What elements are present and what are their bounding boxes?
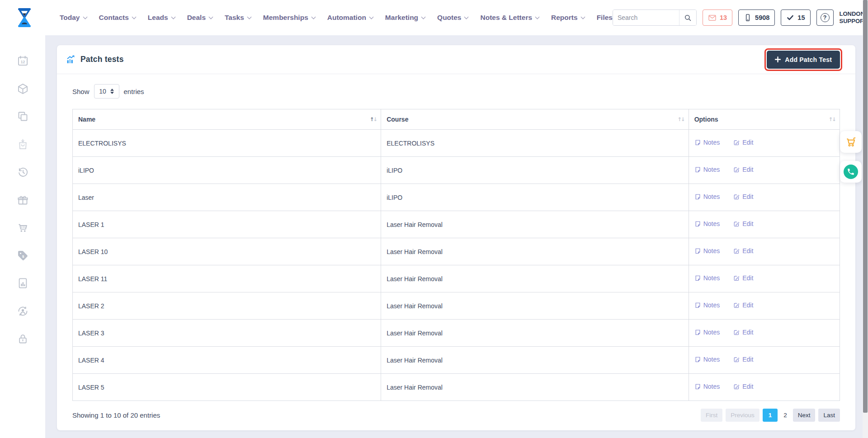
nav-item-leads[interactable]: Leads bbox=[148, 14, 175, 22]
sidebar-item-gift[interactable] bbox=[0, 186, 45, 214]
nav-item-quotes[interactable]: Quotes bbox=[437, 14, 468, 22]
search-box bbox=[613, 9, 697, 26]
nav-item-deals[interactable]: Deals bbox=[187, 14, 212, 22]
edit-link[interactable]: Edit bbox=[733, 356, 753, 363]
sidebar-item-shopping-bag[interactable] bbox=[0, 131, 45, 159]
nav-item-automation[interactable]: Automation bbox=[327, 14, 373, 22]
scrollbar[interactable] bbox=[863, 0, 868, 438]
edit-link[interactable]: Edit bbox=[733, 247, 753, 254]
pagination-page-2[interactable]: 2 bbox=[781, 409, 790, 422]
cell-options: Notes Edit bbox=[689, 238, 840, 265]
table-row: iLIPO iLIPO Notes Edit bbox=[73, 157, 840, 184]
nav-item-notes-letters[interactable]: Notes & Letters bbox=[480, 14, 539, 22]
cell-name: LASER 11 bbox=[73, 265, 381, 292]
notes-link[interactable]: Notes bbox=[694, 356, 720, 363]
notes-link[interactable]: Notes bbox=[694, 166, 720, 173]
show-label: Show bbox=[72, 88, 90, 95]
nav-item-memberships[interactable]: Memberships bbox=[263, 14, 315, 22]
sidebar-item-account-sync[interactable] bbox=[0, 297, 45, 325]
edit-link[interactable]: Edit bbox=[733, 301, 753, 309]
nav-item-tasks[interactable]: Tasks bbox=[225, 14, 251, 22]
sidebar-item-price-tag[interactable]: $ bbox=[0, 242, 45, 270]
note-icon bbox=[694, 221, 701, 227]
calls-badge[interactable]: 5908 bbox=[738, 9, 775, 26]
note-icon bbox=[694, 383, 701, 390]
chevron-down-icon bbox=[209, 14, 213, 19]
pagination-last[interactable]: Last bbox=[818, 409, 840, 422]
cart-float-button[interactable] bbox=[840, 131, 862, 153]
phone-icon bbox=[844, 165, 858, 179]
messages-count: 13 bbox=[720, 14, 727, 21]
chevron-down-icon bbox=[464, 14, 469, 19]
sidebar-item-history[interactable] bbox=[0, 158, 45, 186]
app-logo-hourglass-icon[interactable] bbox=[14, 6, 35, 29]
column-header-options[interactable]: Options ↑↓ bbox=[689, 109, 840, 130]
chevron-down-icon bbox=[535, 14, 540, 19]
search-button[interactable] bbox=[679, 10, 696, 25]
nav-item-today[interactable]: Today bbox=[60, 14, 87, 22]
edit-link[interactable]: Edit bbox=[733, 383, 753, 390]
note-icon bbox=[694, 193, 701, 200]
edit-link[interactable]: Edit bbox=[733, 220, 753, 227]
column-header-course[interactable]: Course ↑↓ bbox=[381, 109, 689, 130]
column-header-name[interactable]: Name ↑↓ bbox=[73, 109, 381, 130]
nav-item-marketing[interactable]: Marketing bbox=[385, 14, 425, 22]
help-button[interactable]: ? bbox=[816, 9, 834, 26]
notes-link[interactable]: Notes bbox=[694, 247, 720, 254]
chevron-down-icon bbox=[132, 14, 136, 19]
pagination: First Previous 1 2 Next Last bbox=[701, 409, 840, 422]
call-float-button[interactable] bbox=[840, 161, 862, 183]
table-header-row: Name ↑↓ Course ↑↓ Options ↑↓ bbox=[73, 109, 840, 130]
lock-icon bbox=[17, 333, 29, 345]
notes-link[interactable]: Notes bbox=[694, 139, 720, 146]
page-size-select[interactable]: 10 bbox=[94, 84, 119, 99]
add-patch-test-button[interactable]: Add Patch Test bbox=[767, 51, 840, 69]
notes-link[interactable]: Notes bbox=[694, 383, 720, 390]
sidebar-item-cart[interactable] bbox=[0, 214, 45, 242]
nav-item-files[interactable]: Files bbox=[597, 14, 613, 22]
entries-label: entries bbox=[124, 88, 144, 95]
edit-link[interactable]: Edit bbox=[733, 139, 753, 146]
sidebar: 12 bbox=[0, 35, 45, 438]
notes-link[interactable]: Notes bbox=[694, 193, 720, 200]
edit-link[interactable]: Edit bbox=[733, 193, 753, 200]
messages-badge[interactable]: 13 bbox=[703, 9, 732, 26]
cell-options: Notes Edit bbox=[689, 320, 840, 347]
sidebar-item-report[interactable] bbox=[0, 269, 45, 297]
edit-icon bbox=[733, 302, 740, 309]
add-patch-test-highlight: Add Patch Test bbox=[767, 51, 840, 69]
main-content: Patch tests Add Patch Test Show 10 entri… bbox=[45, 35, 863, 438]
pagination-next[interactable]: Next bbox=[793, 409, 816, 422]
edit-link[interactable]: Edit bbox=[733, 166, 753, 173]
calendar-icon: 12 bbox=[17, 55, 29, 67]
edit-link[interactable]: Edit bbox=[733, 329, 753, 336]
sidebar-item-package[interactable] bbox=[0, 75, 45, 103]
nav-item-reports[interactable]: Reports bbox=[551, 14, 585, 22]
pagination-page-1[interactable]: 1 bbox=[763, 409, 778, 422]
pagination-first[interactable]: First bbox=[701, 409, 722, 422]
patch-tests-table: Name ↑↓ Course ↑↓ Options ↑↓ bbox=[72, 109, 840, 401]
cell-name: LASER 3 bbox=[73, 320, 381, 347]
sidebar-item-copy[interactable] bbox=[0, 103, 45, 131]
cell-name: LASER 2 bbox=[73, 292, 381, 320]
nav-item-contacts[interactable]: Contacts bbox=[99, 14, 136, 22]
mobile-phone-icon bbox=[744, 14, 752, 22]
notes-link[interactable]: Notes bbox=[694, 274, 720, 282]
card-header: Patch tests Add Patch Test bbox=[57, 45, 855, 74]
question-icon: ? bbox=[821, 13, 830, 22]
cart-icon bbox=[845, 136, 857, 148]
scrollbar-thumb[interactable] bbox=[863, 0, 868, 413]
sort-icon: ↑↓ bbox=[677, 116, 684, 122]
table-row: LASER 4 Laser Hair Removal Notes Edit bbox=[73, 347, 840, 374]
notes-link[interactable]: Notes bbox=[694, 329, 720, 336]
notes-link[interactable]: Notes bbox=[694, 220, 720, 227]
tasks-badge[interactable]: 15 bbox=[781, 9, 810, 26]
gift-icon bbox=[17, 194, 29, 206]
sidebar-item-lock[interactable] bbox=[0, 325, 45, 353]
pagination-previous[interactable]: Previous bbox=[726, 409, 760, 422]
search-input[interactable] bbox=[613, 10, 679, 25]
edit-link[interactable]: Edit bbox=[733, 274, 753, 282]
cell-course: iLIPO bbox=[381, 184, 689, 211]
sidebar-item-calendar[interactable]: 12 bbox=[0, 47, 45, 75]
notes-link[interactable]: Notes bbox=[694, 301, 720, 309]
